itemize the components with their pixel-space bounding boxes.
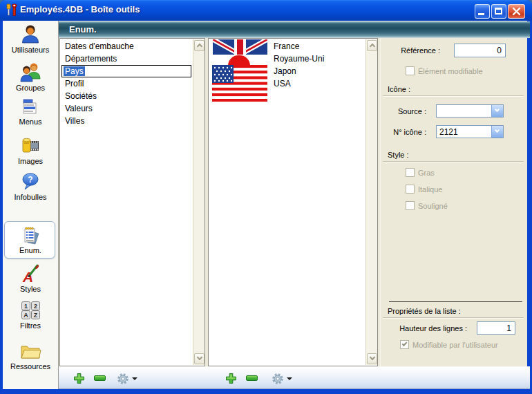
folder-icon <box>19 341 41 362</box>
window-title: Employés.4DB - Boîte outils <box>20 4 140 15</box>
list-item[interactable]: Départements <box>61 53 117 65</box>
row-height-label: Hauteur des lignes : <box>381 324 467 332</box>
list-properties-label: Propriétés de la liste : <box>388 307 461 315</box>
scroll-up-button[interactable] <box>367 40 377 51</box>
list-item[interactable]: Villes <box>61 115 84 127</box>
add-enum-button[interactable] <box>74 373 84 384</box>
value-actions-caret[interactable] <box>287 377 292 380</box>
scroll-down-button[interactable] <box>194 353 205 364</box>
divider <box>383 317 524 319</box>
title-bar: Employés.4DB - Boîte outils <box>0 0 532 21</box>
dropdown-button[interactable] <box>491 105 503 117</box>
divider <box>383 161 524 162</box>
group-icon <box>19 62 41 83</box>
bold-checkbox[interactable] <box>406 168 415 177</box>
close-button[interactable] <box>508 4 525 19</box>
sidebar-item-label: Ressources <box>10 362 50 370</box>
reference-label: Référence : <box>381 46 440 55</box>
app-window: Employés.4DB - Boîte outils Utilisateurs <box>0 0 532 394</box>
japan-sun-icon <box>228 55 250 66</box>
sidebar-item-label: Groupes <box>16 84 45 92</box>
enum-actions-caret[interactable] <box>132 377 137 380</box>
list-item[interactable]: Japon <box>269 65 296 77</box>
list-item[interactable]: Sociétés <box>61 90 97 102</box>
source-dropdown[interactable] <box>436 104 504 118</box>
scroll-down-button[interactable] <box>367 353 377 364</box>
sidebar-item-infobulles[interactable]: ? Infobulles <box>3 171 58 201</box>
sidebar-item-images[interactable]: Images <box>3 135 58 165</box>
properties-panel: Référence : 0 Élément modifiable Icône :… <box>380 38 527 366</box>
section-header: Enum. <box>59 21 530 38</box>
icon-section-label: Icône : <box>388 85 410 93</box>
enum-list-scrollbar[interactable] <box>193 39 205 365</box>
list-item[interactable]: USA <box>269 77 291 90</box>
user-modifiable-label: Modifiable par l'utilisateur <box>412 341 498 349</box>
dropdown-button[interactable] <box>491 126 503 138</box>
italic-label: Italique <box>418 185 442 194</box>
remove-value-button[interactable] <box>246 375 258 381</box>
question-mark-glyph: ? <box>28 175 32 185</box>
list-item[interactable]: Dates d'embauche <box>61 40 134 53</box>
maximize-icon <box>495 8 502 15</box>
element-modifiable-checkbox[interactable] <box>406 66 415 75</box>
reference-input[interactable]: 0 <box>454 44 506 57</box>
bold-label: Gras <box>418 169 435 177</box>
sidebar-item-groupes[interactable]: Groupes <box>3 62 58 92</box>
chevron-down-icon <box>197 355 202 360</box>
row-height-input[interactable]: 1 <box>477 321 515 335</box>
key-a-glyph: A <box>23 312 28 319</box>
list-item[interactable]: Profil <box>61 77 84 90</box>
sidebar-item-styles[interactable]: A Styles <box>3 263 58 293</box>
italic-checkbox[interactable] <box>406 185 415 194</box>
value-actions-gear-button[interactable] <box>272 373 284 385</box>
user-icon <box>20 24 41 45</box>
divider <box>383 95 524 97</box>
toolbox-icon <box>5 3 18 17</box>
minimize-icon <box>478 13 484 15</box>
menu-icon <box>20 97 41 117</box>
source-label: Source : <box>381 107 426 115</box>
sidebar-item-enum[interactable]: Enum. <box>3 225 58 254</box>
chevron-down-icon <box>370 355 375 360</box>
icon-number-label: N° icône : <box>381 128 426 136</box>
styles-brush-icon: A <box>20 263 41 284</box>
tooltip-bubble-icon: ? <box>20 171 41 192</box>
scroll-up-button[interactable] <box>194 40 205 51</box>
sidebar-item-ressources[interactable]: Ressources <box>3 341 58 370</box>
sidebar-item-label: Utilisateurs <box>12 46 49 54</box>
chevron-down-icon <box>495 128 500 133</box>
sidebar-item-label: Infobulles <box>14 193 46 201</box>
sidebar-item-label: Enum. <box>19 246 41 254</box>
chevron-up-icon <box>197 44 202 49</box>
list-item[interactable]: Royaume-Uni <box>269 53 324 65</box>
icon-number-dropdown[interactable]: 2121 <box>436 125 504 138</box>
icon-number-value: 2121 <box>439 127 458 137</box>
sidebar-item-filtres[interactable]: 1 2 A Z Filtres <box>3 300 58 330</box>
uk-flag <box>213 39 267 55</box>
user-modifiable-checkbox[interactable] <box>400 340 409 349</box>
close-icon <box>511 6 522 17</box>
enum-actions-gear-button[interactable] <box>117 373 129 385</box>
key-1-glyph: 1 <box>24 303 28 310</box>
list-item[interactable]: France <box>269 40 299 53</box>
key-z-glyph: Z <box>34 312 38 319</box>
sidebar-item-utilisateurs[interactable]: Utilisateurs <box>3 24 58 54</box>
list-toolbar <box>59 366 530 389</box>
enum-list: Dates d'embauche Départements Pays Profi… <box>59 38 205 366</box>
add-value-button[interactable] <box>226 373 236 384</box>
values-list-scrollbar[interactable] <box>365 39 377 365</box>
chevron-down-icon <box>495 107 500 112</box>
underline-checkbox[interactable] <box>406 201 415 210</box>
notepad-icon <box>20 225 41 245</box>
section-title: Enum. <box>69 24 97 35</box>
separator-line <box>389 301 522 302</box>
item-edit-field[interactable]: Pays <box>61 65 191 77</box>
sidebar-item-menus[interactable]: Menus <box>3 97 58 126</box>
sidebar: Utilisateurs Groupes <box>3 21 59 389</box>
remove-enum-button[interactable] <box>94 375 106 381</box>
list-item[interactable]: Valeurs <box>61 102 93 115</box>
maximize-button[interactable] <box>491 4 506 19</box>
key-2-glyph: 2 <box>34 303 37 310</box>
minimize-button[interactable] <box>475 4 490 19</box>
reference-value: 0 <box>497 46 502 55</box>
